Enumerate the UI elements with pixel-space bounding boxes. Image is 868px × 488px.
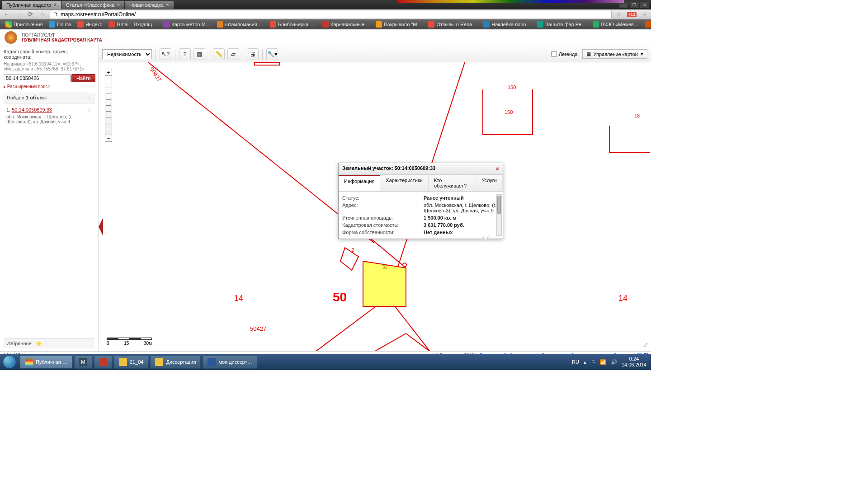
zoom-out-button[interactable]: −: [105, 135, 112, 142]
info-row: Кадастровая стоимость:3 631 770.00 руб.: [342, 221, 503, 229]
favorites-bar[interactable]: Избранное ⭐: [4, 338, 94, 348]
results-header: Найден 1 объект ☆: [4, 93, 94, 103]
tab-service[interactable]: Кто обслуживает?: [429, 175, 476, 191]
bookmark-item[interactable]: Карнавальные…: [320, 20, 372, 28]
bookmark-label: Приложения: [14, 22, 42, 27]
bookmark-item[interactable]: "Розиа": [642, 20, 651, 28]
tab-uslugi[interactable]: Услуги: [476, 175, 503, 191]
measure-icon[interactable]: 📏: [213, 48, 225, 60]
taskbar-item[interactable]: 21_04: [114, 355, 149, 369]
result-item[interactable]: 1. 50:14:0050609:33 ☆ обл. Московская, г…: [4, 105, 94, 126]
identify-icon[interactable]: ↖?: [160, 48, 171, 60]
info-row: Статус:Ранее учтенный: [342, 194, 503, 202]
bookmark-item[interactable]: Карта метро М…: [160, 20, 213, 28]
address-bar: ← → ⟳ ⌂ 🗋 maps.rosreestr.ru/PortalOnline…: [0, 9, 651, 19]
url-input[interactable]: 🗋 maps.rosreestr.ru/PortalOnline/: [50, 10, 612, 19]
legend-checkbox[interactable]: Легенда: [551, 51, 578, 57]
area-icon[interactable]: ▱: [227, 48, 239, 60]
network-icon[interactable]: 📶: [600, 359, 606, 365]
search-example: Например «61:6:10104:12», «61:6:*», «Мос…: [4, 61, 94, 71]
star-icon[interactable]: ☆: [87, 107, 92, 113]
info-key: Адрес:: [342, 202, 424, 213]
layer-select[interactable]: Недвижимость: [102, 49, 152, 59]
star-icon[interactable]: ☆: [86, 95, 91, 101]
bookmark-item[interactable]: Отзывы о Rena…: [425, 20, 480, 28]
browser-tab-strip: Публичная кадастр× Статья «Классифика× Н…: [0, 0, 651, 9]
bookmark-item[interactable]: Защита фар Ре…: [534, 20, 589, 28]
print-icon[interactable]: 🖨: [247, 48, 259, 60]
bookmark-item[interactable]: ПКЗО «Межев…: [590, 20, 642, 28]
taskbar-item[interactable]: Диссертация: [150, 355, 201, 369]
menu-icon[interactable]: ≡: [640, 10, 648, 19]
maximize-icon[interactable]: ❐: [630, 2, 639, 8]
advanced-search-link[interactable]: ▸ Расширенный поиск: [4, 84, 94, 89]
home-icon[interactable]: ⌂: [38, 10, 46, 19]
taskbar-item[interactable]: Публичная …: [20, 355, 72, 369]
start-button[interactable]: [0, 354, 19, 370]
tab-characteristics[interactable]: Характеристики: [380, 175, 429, 191]
tab-info[interactable]: Информация: [339, 175, 380, 191]
popup-scrollbar[interactable]: [496, 194, 502, 236]
close-icon[interactable]: ×: [166, 2, 169, 7]
app-title: ПОРТАЛ УСЛУГ ПУБЛИЧНАЯ КАДАСТРОВАЯ КАРТА: [22, 33, 102, 42]
advanced-label: Расширенный поиск: [7, 84, 50, 89]
bookmark-item[interactable]: Gmail - Входящ…: [106, 20, 160, 28]
close-icon[interactable]: ×: [54, 2, 57, 7]
legend-check-input[interactable]: [551, 51, 557, 57]
clock[interactable]: 0:2414.06.2014: [622, 356, 646, 368]
reload-icon[interactable]: ⟳: [26, 10, 34, 19]
time: 0:24: [622, 356, 646, 362]
result-number: 1.: [6, 107, 10, 113]
bookmark-item[interactable]: Покрывало "М…: [373, 20, 425, 28]
bookmark-label: ПКЗО «Межев…: [601, 22, 639, 27]
fullscreen-icon[interactable]: ⤢: [643, 341, 648, 348]
star-icon[interactable]: ☆: [615, 10, 623, 19]
cadastral-search-input[interactable]: [4, 74, 71, 82]
back-icon[interactable]: ←: [3, 10, 11, 19]
bookmark-item[interactable]: Яндекс: [75, 20, 105, 28]
popup-header[interactable]: Земельный участок: 50:14:0050609:33 ×: [339, 163, 503, 175]
bookmark-label: Карнавальные…: [330, 22, 369, 27]
language-indicator[interactable]: RU: [572, 359, 579, 365]
forward-icon[interactable]: →: [14, 10, 23, 19]
bookmark-item[interactable]: Почта: [46, 20, 74, 28]
bookmark-item[interactable]: Бонбоньерки, …: [267, 20, 319, 28]
bookmark-label: Карта метро М…: [171, 22, 210, 27]
map-area[interactable]: Недвижимость ↖? ? ▦ 📏 ▱ 🖨 🔧▾ Легенда ▦Уп…: [99, 46, 651, 351]
close-icon[interactable]: ×: [495, 165, 499, 172]
svg-marker-6: [340, 248, 359, 270]
grid-icon: ▦: [586, 51, 591, 57]
zoom-in-button[interactable]: +: [105, 69, 112, 76]
taskbar-item[interactable]: [94, 355, 112, 369]
zoom-control: + −: [105, 69, 112, 142]
taskbar-item[interactable]: M: [74, 355, 92, 369]
bookmark-label: Покрывало "М…: [384, 22, 422, 27]
browser-tab[interactable]: Публичная кадастр×: [2, 1, 61, 9]
search-button[interactable]: Найти: [71, 74, 95, 82]
close-icon[interactable]: ✕: [640, 2, 649, 8]
extent-icon[interactable]: ▦: [193, 48, 205, 60]
info-row: Уточненная площадь:1 500.00 кв. м: [342, 214, 503, 221]
notification-icon[interactable]: +13: [627, 12, 637, 17]
map-control-button[interactable]: ▦Управление картой▾: [582, 49, 647, 59]
tools-icon[interactable]: 🔧▾: [266, 48, 278, 60]
task-label: моя диссерт…: [218, 359, 252, 365]
taskbar-item[interactable]: моя диссерт…: [203, 355, 257, 369]
rainbow-decoration: [398, 0, 624, 3]
scroll-thumb[interactable]: [497, 196, 501, 214]
bookmark-item[interactable]: Наклейка поро…: [481, 20, 533, 28]
info-key: Форма собственности:: [342, 230, 424, 235]
scale-value: 15: [124, 341, 129, 346]
info-value: обл. Московская, г. Щелково, (г. Щелково…: [424, 202, 503, 213]
apps-button[interactable]: Приложения: [3, 20, 45, 28]
browser-tab[interactable]: Новая вкладка×: [125, 1, 174, 9]
tray-chevron-icon[interactable]: ▴: [584, 359, 586, 365]
bookmark-item[interactable]: штампомания:…: [214, 20, 266, 28]
result-link[interactable]: 50:14:0050609:33: [12, 107, 52, 113]
info-icon[interactable]: ?: [179, 48, 191, 60]
close-icon[interactable]: ×: [117, 2, 120, 7]
zoom-slider[interactable]: [105, 76, 112, 135]
volume-icon[interactable]: 🔊: [611, 359, 617, 365]
browser-tab[interactable]: Статья «Классифика×: [61, 1, 124, 9]
flag-icon[interactable]: ⚐: [591, 359, 595, 365]
